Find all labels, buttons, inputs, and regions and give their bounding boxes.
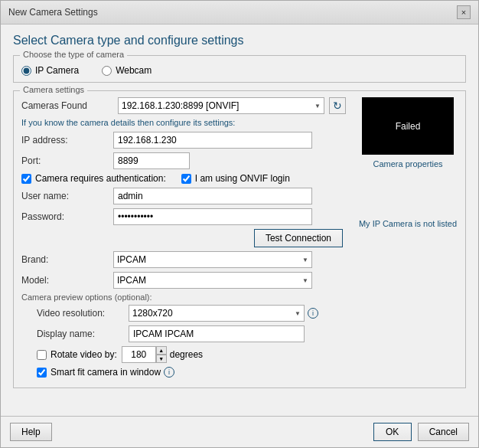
username-label: User name: [21, 191, 113, 201]
onvif-checkbox-label: I am using ONVIF login [195, 173, 290, 184]
cameras-found-label: Cameras Found [21, 100, 113, 111]
brand-row: Brand: IPCAM [21, 251, 350, 268]
model-select-wrap: IPCAM [113, 272, 312, 289]
dialog-content: Select Camera type and configure setting… [1, 25, 478, 416]
help-button[interactable]: Help [10, 423, 52, 441]
ip-address-input[interactable] [113, 132, 312, 149]
refresh-button[interactable]: ↻ [329, 97, 346, 114]
brand-select-wrap: IPCAM [113, 251, 312, 268]
cameras-found-select[interactable]: 192.168.1.230:8899 [ONVIF] [118, 97, 324, 114]
auth-checkbox[interactable] [21, 174, 31, 184]
webcam-radio[interactable] [102, 66, 112, 76]
preview-options-section: Camera preview options (optional): Video… [21, 293, 350, 378]
password-label: Password: [21, 211, 113, 222]
video-res-info-icon[interactable]: i [308, 308, 318, 319]
model-select[interactable]: IPCAM [113, 272, 312, 289]
test-connection-button[interactable]: Test Connection [254, 229, 343, 247]
auth-row: Camera requires authentication: I am usi… [21, 173, 350, 184]
video-res-row: Video resolution: 1280x720 1920x1080 640… [37, 305, 350, 322]
model-label: Model: [21, 275, 113, 286]
bottom-right-buttons: OK Cancel [373, 423, 469, 441]
new-camera-settings-dialog: New Camera Settings × Select Camera type… [0, 0, 479, 448]
camera-preview: Failed [362, 97, 454, 155]
ip-camera-label: IP Camera [35, 65, 79, 76]
cameras-found-select-wrap: 192.168.1.230:8899 [ONVIF] [118, 97, 324, 114]
port-input[interactable] [113, 152, 190, 169]
ip-address-row: IP address: [21, 132, 350, 149]
ip-camera-radio[interactable] [21, 66, 31, 76]
not-listed-link[interactable]: My IP Camera is not listed [359, 219, 457, 228]
port-row: Port: [21, 152, 350, 169]
rotate-row: Rotate video by: ▲ ▼ degrees [37, 346, 350, 363]
brand-select[interactable]: IPCAM [113, 251, 312, 268]
bottom-bar: Help OK Cancel [1, 416, 478, 447]
auth-checkbox-item[interactable]: Camera requires authentication: [21, 173, 166, 184]
username-row: User name: [21, 188, 350, 204]
camera-type-group: Choose the type of camera IP Camera Webc… [13, 55, 466, 83]
camera-type-radio-group: IP Camera Webcam [21, 65, 458, 76]
camera-settings-group: Camera settings Cameras Found 192.168.1.… [13, 90, 466, 388]
username-input[interactable] [113, 188, 312, 204]
rotate-checkbox-item[interactable]: Rotate video by: [37, 349, 117, 360]
degrees-label: degrees [170, 349, 203, 360]
camera-properties-link[interactable]: Camera properties [373, 159, 442, 168]
port-label: Port: [21, 155, 113, 166]
video-res-select[interactable]: 1280x720 1920x1080 640x480 [129, 305, 305, 322]
video-res-label: Video resolution: [37, 308, 129, 319]
test-connection-row: Test Connection [21, 229, 350, 247]
rotate-degrees-input[interactable] [122, 346, 156, 363]
video-res-select-wrap: 1280x720 1920x1080 640x480 [129, 305, 305, 322]
left-panel: Cameras Found 192.168.1.230:8899 [ONVIF]… [21, 97, 350, 381]
preview-status: Failed [396, 121, 421, 132]
ip-label: IP address: [21, 135, 113, 146]
brand-label: Brand: [21, 254, 113, 265]
smart-fit-label: Smart fit camera in window [51, 367, 161, 378]
onvif-checkbox[interactable] [181, 174, 191, 184]
close-button[interactable]: × [457, 5, 471, 19]
onvif-checkbox-item[interactable]: I am using ONVIF login [181, 173, 290, 184]
page-title: Select Camera type and configure setting… [13, 34, 466, 47]
smart-fit-info-icon[interactable]: i [164, 367, 174, 378]
display-name-label: Display name: [37, 329, 129, 339]
password-row: Password: [21, 208, 350, 225]
model-row: Model: IPCAM [21, 272, 350, 289]
password-input[interactable] [113, 208, 312, 225]
ip-camera-option[interactable]: IP Camera [21, 65, 79, 76]
right-panel: Failed Camera properties My IP Camera is… [358, 97, 458, 381]
webcam-label: Webcam [116, 65, 152, 76]
title-bar: New Camera Settings × [1, 1, 478, 25]
ok-button[interactable]: OK [373, 423, 412, 441]
main-area: Cameras Found 192.168.1.230:8899 [ONVIF]… [21, 97, 458, 381]
display-name-row: Display name: [37, 325, 350, 342]
smart-fit-row: Smart fit camera in window i [37, 367, 350, 378]
rotate-spinner[interactable]: ▲ ▼ [156, 346, 167, 363]
preview-options-label: Camera preview options (optional): [21, 293, 350, 302]
dialog-title: New Camera Settings [8, 7, 98, 18]
rotate-checkbox[interactable] [37, 350, 47, 360]
auth-checkbox-label: Camera requires authentication: [35, 173, 166, 184]
camera-type-label: Choose the type of camera [20, 50, 127, 59]
cancel-button[interactable]: Cancel [418, 423, 469, 441]
smart-fit-checkbox[interactable] [37, 368, 47, 378]
rotate-down-button[interactable]: ▼ [156, 355, 167, 363]
webcam-option[interactable]: Webcam [102, 65, 152, 76]
display-name-input[interactable] [129, 325, 305, 342]
rotate-up-button[interactable]: ▲ [156, 346, 167, 355]
info-text: If you know the camera details then conf… [21, 118, 350, 127]
camera-settings-label: Camera settings [20, 85, 87, 94]
rotate-label: Rotate video by: [51, 349, 117, 360]
cameras-found-row: Cameras Found 192.168.1.230:8899 [ONVIF]… [21, 97, 350, 114]
smart-fit-checkbox-item[interactable]: Smart fit camera in window [37, 367, 161, 378]
